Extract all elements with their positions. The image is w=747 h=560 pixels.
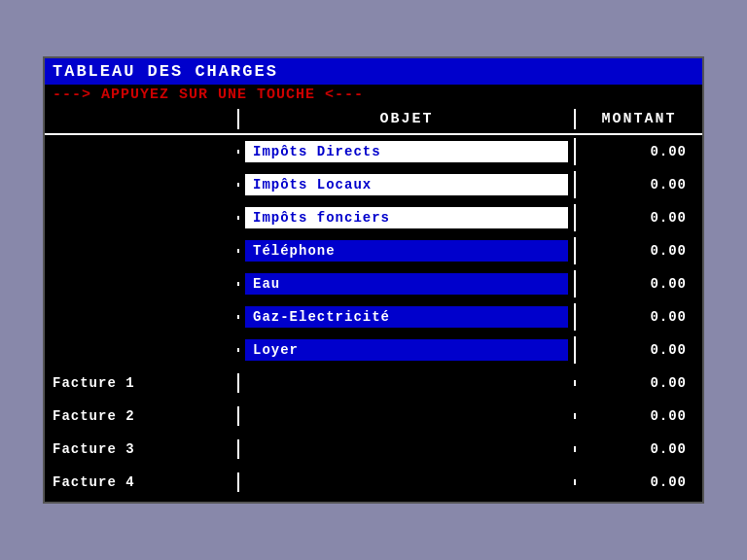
row-left-label: Facture 1 <box>45 373 239 393</box>
row-montant-value: 0.00 <box>576 142 702 161</box>
table-row[interactable]: Gaz-Electricité0.00 <box>45 300 702 333</box>
row-objet-cell: Gaz-Electricité <box>239 303 576 331</box>
subtitle-bar: ---> APPUYEZ SUR UNE TOUCHE <--- <box>45 85 702 105</box>
row-montant-value: 0.00 <box>576 472 702 492</box>
table-row[interactable]: Loyer0.00 <box>45 333 702 367</box>
objet-label[interactable]: Gaz-Electricité <box>245 306 568 328</box>
row-montant-value: 0.00 <box>576 439 702 459</box>
col-montant-header: MONTANT <box>576 109 702 129</box>
objet-label[interactable]: Eau <box>245 273 568 295</box>
row-objet-cell: Loyer <box>239 336 576 364</box>
row-objet-cell: Impôts fonciers <box>239 204 576 231</box>
row-objet-cell: Impôts Directs <box>239 138 576 165</box>
row-left-label: Facture 4 <box>45 472 239 492</box>
table-row[interactable]: Facture 10.00 <box>45 367 702 400</box>
header: TABLEAU DES CHARGES ---> APPUYEZ SUR UNE… <box>45 58 702 105</box>
row-left-label <box>45 249 239 253</box>
objet-label[interactable]: Impôts Directs <box>245 141 568 162</box>
row-left-label <box>45 348 239 352</box>
col-left-header <box>45 109 239 129</box>
row-objet-cell: Téléphone <box>239 237 576 264</box>
objet-label[interactable]: Impôts fonciers <box>245 207 568 228</box>
row-montant-value: 0.00 <box>576 340 702 360</box>
row-left-label <box>45 315 239 319</box>
table-row[interactable]: Eau0.00 <box>45 267 702 300</box>
table-body: Impôts Directs0.00Impôts Locaux0.00Impôt… <box>45 135 702 502</box>
row-montant-value: 0.00 <box>576 175 702 194</box>
row-left-label <box>45 216 239 220</box>
row-montant-value: 0.00 <box>576 307 702 327</box>
row-objet-cell: Eau <box>239 270 576 298</box>
row-montant-value: 0.00 <box>576 208 702 228</box>
row-objet-cell <box>239 446 576 452</box>
app-subtitle: ---> APPUYEZ SUR UNE TOUCHE <--- <box>53 87 364 103</box>
row-left-label: Facture 3 <box>45 439 239 459</box>
main-screen: TABLEAU DES CHARGES ---> APPUYEZ SUR UNE… <box>43 56 704 504</box>
row-objet-cell <box>239 479 576 485</box>
table-row[interactable]: Facture 30.00 <box>45 433 702 466</box>
table-row[interactable]: Facture 40.00 <box>45 466 702 499</box>
objet-label[interactable]: Loyer <box>245 339 568 361</box>
row-left-label: Facture 2 <box>45 406 239 426</box>
row-objet-cell <box>239 380 576 386</box>
objet-label[interactable]: Téléphone <box>245 240 568 262</box>
row-left-label <box>45 183 239 187</box>
table-row[interactable]: Impôts Directs0.00 <box>45 135 702 168</box>
col-objet-header: OBJET <box>239 109 576 129</box>
row-montant-value: 0.00 <box>576 406 702 426</box>
row-objet-cell <box>239 413 576 419</box>
table-row[interactable]: Téléphone0.00 <box>45 234 702 267</box>
app-title: TABLEAU DES CHARGES <box>53 62 278 81</box>
row-left-label <box>45 150 239 154</box>
table-row[interactable]: Impôts fonciers0.00 <box>45 201 702 234</box>
row-montant-value: 0.00 <box>576 274 702 294</box>
row-objet-cell: Impôts Locaux <box>239 171 576 198</box>
row-left-label <box>45 282 239 286</box>
objet-label[interactable]: Impôts Locaux <box>245 174 568 195</box>
table-row[interactable]: Impôts Locaux0.00 <box>45 168 702 201</box>
row-montant-value: 0.00 <box>576 373 702 393</box>
title-bar: TABLEAU DES CHARGES <box>45 58 702 85</box>
row-montant-value: 0.00 <box>576 241 702 261</box>
table-header: OBJET MONTANT <box>45 105 702 135</box>
table-row[interactable]: Facture 20.00 <box>45 400 702 433</box>
